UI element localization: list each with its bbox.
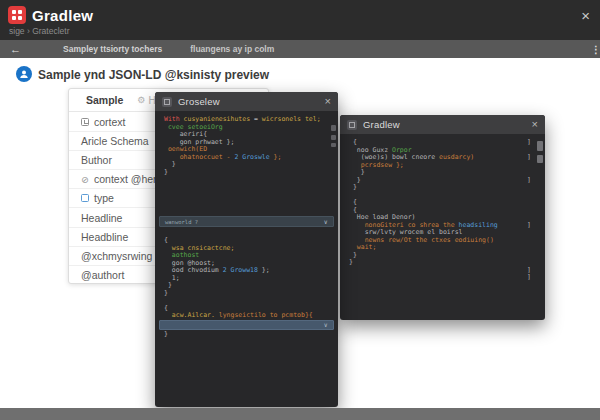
editor-window-gradlew: Gradlew × {] noo Guxz Orpor (woe)s) bowl… bbox=[340, 115, 545, 320]
overflow-menu-icon[interactable]: ⋮ bbox=[591, 44, 600, 55]
scrollbar-thumb[interactable] bbox=[331, 135, 336, 140]
editor-app-icon bbox=[347, 120, 357, 130]
editor1-code-mid: { wsa cnsicactcne; aothost gon @hoost; o… bbox=[155, 237, 338, 320]
editor1-code-top: With cusyanienesihutes = wicrsonels tel;… bbox=[155, 111, 338, 176]
editor-window-groselew: Groselew × With cusyanienesihutes = wicr… bbox=[155, 92, 338, 407]
page-title: Sample ynd JSON-LD @ksinisty preview bbox=[38, 68, 269, 82]
toolbar-item-2[interactable]: fluangens ay ip colm bbox=[190, 44, 274, 54]
editor2-title: Gradlew bbox=[363, 119, 400, 130]
breadcrumb: sige › Gratecletr bbox=[9, 26, 69, 36]
close-icon[interactable]: × bbox=[532, 119, 538, 130]
editor2-titlebar[interactable]: Gradlew × bbox=[340, 115, 545, 134]
scrollbar-thumb[interactable] bbox=[537, 141, 543, 151]
app-window: Gradlew × sige › Gratecletr ← Sampley tt… bbox=[0, 0, 600, 420]
chevron-down-icon: ∨ bbox=[324, 322, 328, 328]
scrollbar-thumb[interactable] bbox=[331, 143, 336, 147]
editor1-title: Groselew bbox=[178, 96, 220, 107]
dropdown-label: wanworld ? bbox=[165, 219, 198, 225]
bottom-status-bar bbox=[0, 408, 600, 420]
gear-icon: ⚙ bbox=[137, 95, 145, 105]
scrollbar-thumb[interactable] bbox=[331, 125, 336, 131]
close-icon[interactable]: × bbox=[325, 96, 331, 107]
code-section-dropdown-2[interactable]: ∨ bbox=[159, 320, 334, 330]
window-title: Gradlew bbox=[32, 7, 93, 24]
editor2-code: {] noo Guxz Orpor (woe)s) bowl cneore eu… bbox=[340, 134, 545, 282]
editor-app-icon bbox=[162, 97, 172, 107]
code-section-dropdown-1[interactable]: wanworld ? ∨ bbox=[159, 216, 334, 227]
code-square-icon bbox=[81, 118, 89, 126]
titlebar: Gradlew × sige › Gratecletr bbox=[0, 0, 600, 40]
app-grid-icon bbox=[8, 6, 26, 24]
editor1-code-tail: } bbox=[155, 330, 338, 339]
person-icon bbox=[16, 66, 32, 82]
toolbar-item-1[interactable]: Sampley ttsiorty tochers bbox=[63, 44, 162, 54]
chevron-down-icon: ∨ bbox=[324, 219, 328, 225]
at-slash-icon: ⊘ bbox=[81, 175, 89, 185]
close-icon[interactable]: × bbox=[581, 8, 590, 23]
scrollbar-thumb[interactable] bbox=[537, 155, 543, 163]
editor1-titlebar[interactable]: Groselew × bbox=[155, 92, 338, 111]
toolbar: ← Sampley ttsiorty tochers fluangens ay … bbox=[0, 40, 600, 58]
checkbox-icon[interactable] bbox=[81, 194, 89, 202]
tab-sample[interactable]: Sample bbox=[86, 94, 123, 106]
back-arrow-icon[interactable]: ← bbox=[10, 43, 21, 55]
